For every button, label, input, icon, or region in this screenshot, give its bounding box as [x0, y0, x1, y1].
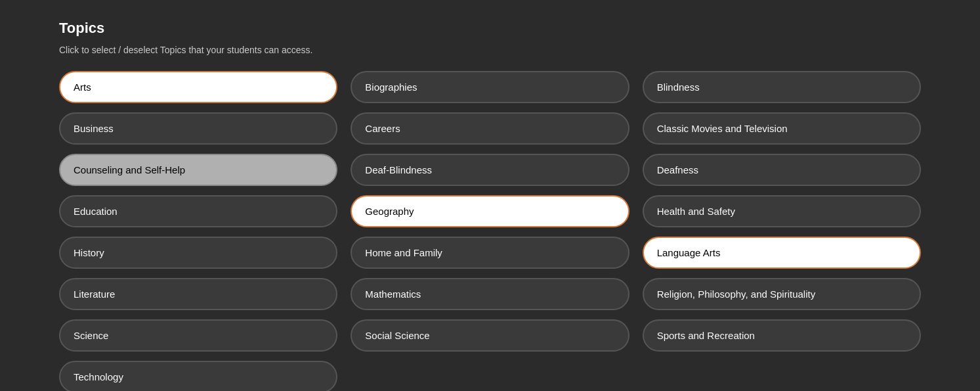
topic-btn-sports[interactable]: Sports and Recreation [643, 319, 921, 352]
topic-btn-classic-movies[interactable]: Classic Movies and Television [643, 112, 921, 145]
topic-btn-religion[interactable]: Religion, Philosophy, and Spirituality [643, 278, 921, 310]
topic-btn-careers[interactable]: Careers [351, 112, 629, 145]
topic-btn-literature[interactable]: Literature [59, 278, 337, 310]
topic-btn-deafness[interactable]: Deafness [643, 154, 921, 186]
page-title: Topics [59, 20, 921, 37]
topic-btn-language-arts[interactable]: Language Arts [643, 237, 921, 269]
topic-btn-history[interactable]: History [59, 237, 337, 269]
topic-btn-business[interactable]: Business [59, 112, 337, 145]
topic-btn-science[interactable]: Science [59, 319, 337, 352]
topic-btn-health-safety[interactable]: Health and Safety [643, 195, 921, 227]
topic-btn-education[interactable]: Education [59, 195, 337, 227]
topics-grid: ArtsBiographiesBlindnessBusinessCareersC… [59, 71, 921, 391]
topic-btn-deaf-blindness[interactable]: Deaf-Blindness [351, 154, 629, 186]
topic-btn-blindness[interactable]: Blindness [643, 71, 921, 103]
topic-btn-mathematics[interactable]: Mathematics [351, 278, 629, 310]
topic-btn-social-science[interactable]: Social Science [351, 319, 629, 352]
topic-btn-counseling[interactable]: Counseling and Self-Help [59, 154, 337, 186]
topic-btn-arts[interactable]: Arts [59, 71, 337, 103]
topic-btn-biographies[interactable]: Biographies [351, 71, 629, 103]
topic-btn-geography[interactable]: Geography [351, 195, 629, 227]
topic-btn-technology[interactable]: Technology [59, 361, 337, 391]
topic-btn-home-family[interactable]: Home and Family [351, 237, 629, 269]
page-subtitle: Click to select / deselect Topics that y… [59, 45, 921, 55]
